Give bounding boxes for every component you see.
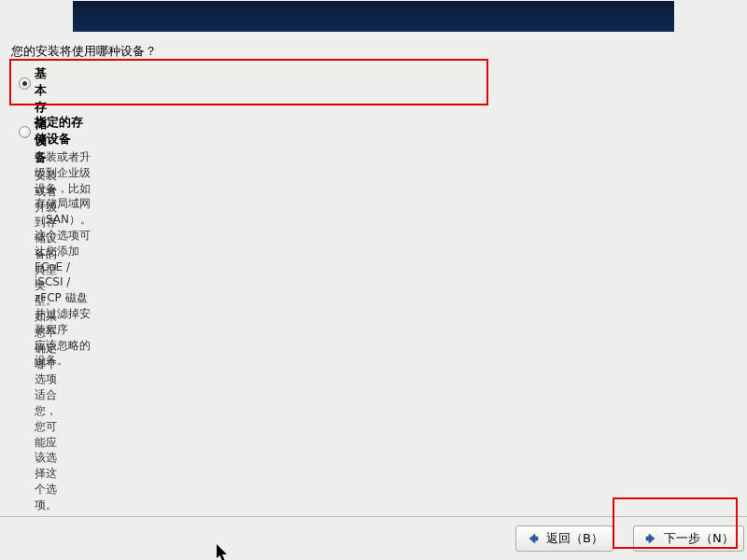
option-specified-desc: 安装或者升级到企业级设备，比如存储局域网（SAN）。这个选项可让您添加 FCoE… [35, 149, 92, 369]
back-button-label: 返回（B） [546, 530, 603, 547]
next-button[interactable]: 下一步（N） [633, 525, 744, 552]
arrow-left-icon [526, 531, 541, 546]
header-bar [73, 1, 674, 32]
option-specified-title: 指定的存储设备 [35, 114, 92, 147]
next-button-label: 下一步（N） [664, 530, 734, 547]
back-button[interactable]: 返回（B） [515, 525, 613, 552]
bottom-bar: 返回（B） 下一步（N） [0, 516, 747, 560]
radio-specified[interactable] [19, 126, 31, 138]
cursor-icon [217, 544, 230, 560]
radio-basic[interactable] [19, 77, 31, 90]
page-question: 您的安装将使用哪种设备？ [11, 43, 157, 60]
arrow-right-icon [643, 531, 658, 546]
highlight-box-option [9, 59, 488, 105]
